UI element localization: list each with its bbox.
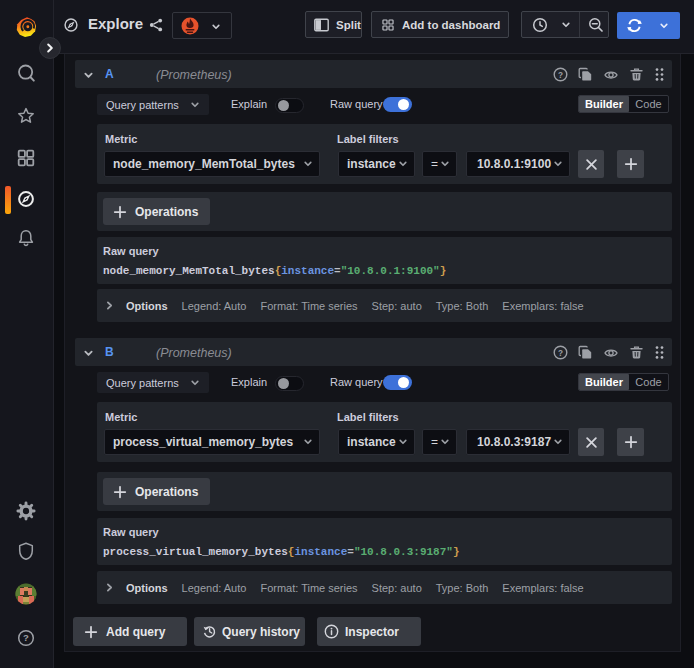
- svg-text:?: ?: [23, 632, 29, 643]
- svg-text:?: ?: [558, 71, 563, 80]
- svg-text:?: ?: [558, 349, 563, 358]
